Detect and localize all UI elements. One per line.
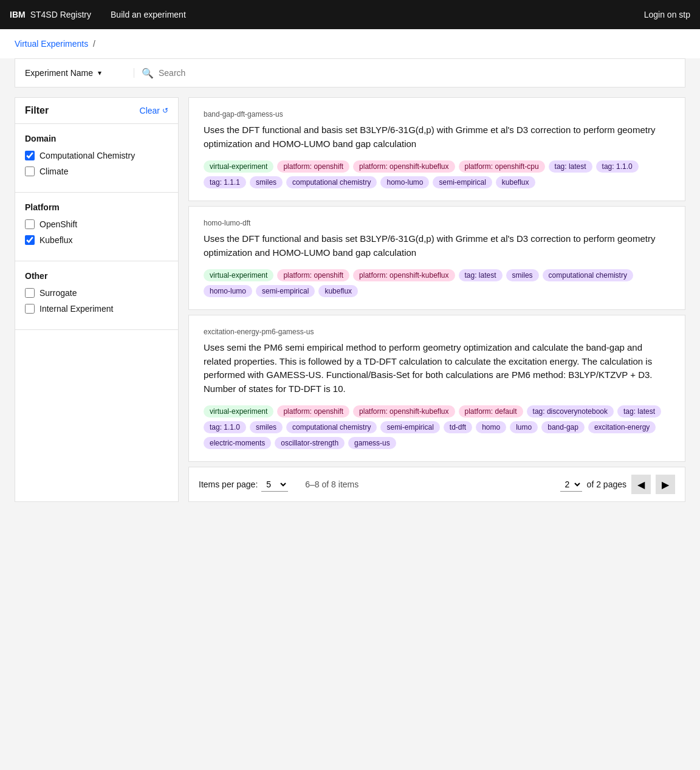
brand: IBM ST4SD Registry xyxy=(10,10,91,19)
top-nav: IBM ST4SD Registry Build an experiment L… xyxy=(0,0,700,29)
checkbox-climate[interactable]: Climate xyxy=(25,167,168,176)
pagination: Items per page: 5 10 20 6–8 of 8 items 2… xyxy=(188,467,685,502)
checkbox-internal-experiment[interactable]: Internal Experiment xyxy=(25,304,168,314)
tag-1-1-1-1[interactable]: tag: 1.1.1 xyxy=(204,176,246,188)
tag-comp-chem-2[interactable]: computational chemistry xyxy=(543,269,633,281)
checkbox-kubeflux[interactable]: Kubeflux xyxy=(25,235,168,245)
tag-platform-openshift-cpu-1[interactable]: platform: openshift-cpu xyxy=(459,160,545,173)
checkbox-internal-experiment-input[interactable] xyxy=(25,304,35,314)
tag-electric-moments-3[interactable]: electric-moments xyxy=(204,437,271,449)
checkbox-surrogate[interactable]: Surrogate xyxy=(25,288,168,298)
tag-latest-2[interactable]: tag: latest xyxy=(459,269,503,281)
sidebar-section-other: Other Surrogate Internal Experiment xyxy=(15,261,178,330)
tag-discoverynotebook-3[interactable]: tag: discoverynotebook xyxy=(527,405,614,418)
chevron-down-icon: ▾ xyxy=(98,69,101,77)
of-pages-label: of 2 pages xyxy=(587,480,626,489)
tag-comp-chem-1[interactable]: computational chemistry xyxy=(286,176,377,188)
tag-td-dft-3[interactable]: td-dft xyxy=(444,421,472,433)
tag-band-gap-3[interactable]: band-gap xyxy=(541,421,585,433)
login-link[interactable]: Login on stp xyxy=(644,10,690,19)
search-input-wrap: 🔍 xyxy=(134,67,675,79)
filter-title: Filter xyxy=(25,105,49,116)
sidebar: Filter Clear ↺ Domain Computational Chem… xyxy=(15,97,179,502)
ibm-label: IBM xyxy=(10,10,26,19)
experiment-card-2: homo-lumo-dft Uses the DFT functional an… xyxy=(188,206,685,310)
tag-kubeflux-1[interactable]: kubeflux xyxy=(496,176,535,188)
clear-label: Clear xyxy=(140,106,160,115)
tag-platform-openshift-kubeflux-3[interactable]: platform: openshift-kubeflux xyxy=(353,405,455,418)
computational-chemistry-label: Computational Chemistry xyxy=(39,151,135,160)
tags-row-1: virtual-experiment platform: openshift p… xyxy=(204,160,670,188)
tag-virtual-experiment-3[interactable]: virtual-experiment xyxy=(204,405,273,418)
tag-excitation-energy-3[interactable]: excitation-energy xyxy=(588,421,656,433)
app-name-label: ST4SD Registry xyxy=(30,10,91,19)
breadcrumb-separator: / xyxy=(93,39,95,49)
next-page-button[interactable]: ▶ xyxy=(656,475,675,494)
tag-virtual-experiment-1[interactable]: virtual-experiment xyxy=(204,160,273,173)
search-input[interactable] xyxy=(159,68,675,78)
tag-homo-lumo-2[interactable]: homo-lumo xyxy=(204,285,252,297)
checkbox-kubeflux-input[interactable] xyxy=(25,235,35,245)
tags-row-3: virtual-experiment platform: openshift p… xyxy=(204,405,670,449)
page-range-text: 6–8 of 8 items xyxy=(305,480,359,489)
sidebar-section-platform: Platform OpenShift Kubeflux xyxy=(15,193,178,261)
search-type-label: Experiment Name xyxy=(25,68,93,78)
tag-homo-3[interactable]: homo xyxy=(476,421,506,433)
page-number-select[interactable]: 2 1 xyxy=(560,478,582,492)
tag-smiles-3[interactable]: smiles xyxy=(250,421,283,433)
surrogate-label: Surrogate xyxy=(39,288,77,298)
openshift-label: OpenShift xyxy=(39,219,77,229)
results-container: band-gap-dft-gamess-us Uses the DFT func… xyxy=(188,97,685,502)
experiment-card-1: band-gap-dft-gamess-us Uses the DFT func… xyxy=(188,97,685,201)
tag-platform-default-3[interactable]: platform: default xyxy=(459,405,523,418)
tag-latest-3[interactable]: tag: latest xyxy=(617,405,661,418)
tag-platform-openshift-kubeflux-2[interactable]: platform: openshift-kubeflux xyxy=(353,269,455,281)
tag-homo-lumo-1[interactable]: homo-lumo xyxy=(380,176,429,188)
platform-section-title: Platform xyxy=(25,202,168,212)
tag-lumo-3[interactable]: lumo xyxy=(510,421,538,433)
tag-kubeflux-2[interactable]: kubeflux xyxy=(318,285,358,297)
tags-row-2: virtual-experiment platform: openshift p… xyxy=(204,269,670,297)
checkbox-openshift-input[interactable] xyxy=(25,219,35,229)
breadcrumb: Virtual Experiments / xyxy=(0,29,700,58)
tag-platform-openshift-kubeflux-1[interactable]: platform: openshift-kubeflux xyxy=(353,160,455,173)
tag-latest-1[interactable]: tag: latest xyxy=(549,160,592,173)
prev-page-button[interactable]: ◀ xyxy=(631,475,651,494)
tag-smiles-1[interactable]: smiles xyxy=(250,176,283,188)
clear-filter-button[interactable]: Clear ↺ xyxy=(140,106,168,115)
other-section-title: Other xyxy=(25,271,168,281)
tag-oscillator-strength-3[interactable]: oscillator-strength xyxy=(275,437,345,449)
tag-1-1-0-3[interactable]: tag: 1.1.0 xyxy=(204,421,246,433)
checkbox-openshift[interactable]: OpenShift xyxy=(25,219,168,229)
tag-platform-openshift-3[interactable]: platform: openshift xyxy=(277,405,349,418)
experiment-id-3: excitation-energy-pm6-gamess-us xyxy=(204,328,670,336)
sidebar-section-domain: Domain Computational Chemistry Climate xyxy=(15,124,178,193)
tag-1-1-0-1[interactable]: tag: 1.1.0 xyxy=(596,160,639,173)
tag-virtual-experiment-2[interactable]: virtual-experiment xyxy=(204,269,273,281)
tag-platform-openshift-1[interactable]: platform: openshift xyxy=(277,160,349,173)
experiment-id-2: homo-lumo-dft xyxy=(204,219,670,227)
tag-semi-empirical-2[interactable]: semi-empirical xyxy=(256,285,315,297)
checkbox-climate-input[interactable] xyxy=(25,167,35,176)
tag-gamess-us-3[interactable]: gamess-us xyxy=(348,437,396,449)
search-type-dropdown[interactable]: Experiment Name ▾ xyxy=(25,68,134,78)
tag-comp-chem-3[interactable]: computational chemistry xyxy=(286,421,377,433)
search-bar: Experiment Name ▾ 🔍 xyxy=(15,58,685,88)
tag-semi-empirical-1[interactable]: semi-empirical xyxy=(433,176,492,188)
sidebar-header: Filter Clear ↺ xyxy=(15,98,178,124)
checkbox-surrogate-input[interactable] xyxy=(25,288,35,298)
experiment-desc-3: Uses semi the PM6 semi empirical method … xyxy=(204,341,670,396)
tag-platform-openshift-2[interactable]: platform: openshift xyxy=(277,269,349,281)
tag-semi-empirical-3[interactable]: semi-empirical xyxy=(380,421,439,433)
kubeflux-label: Kubeflux xyxy=(39,235,72,245)
tag-smiles-2[interactable]: smiles xyxy=(506,269,539,281)
checkbox-computational-chemistry-input[interactable] xyxy=(25,151,35,160)
checkbox-computational-chemistry[interactable]: Computational Chemistry xyxy=(25,151,168,160)
build-experiment-link[interactable]: Build an experiment xyxy=(111,10,186,19)
breadcrumb-virtual-experiments-link[interactable]: Virtual Experiments xyxy=(15,39,88,49)
refresh-icon: ↺ xyxy=(162,106,168,115)
internal-experiment-label: Internal Experiment xyxy=(39,304,113,314)
page-select: 2 1 of 2 pages ◀ ▶ xyxy=(560,475,675,494)
items-per-page-select[interactable]: 5 10 20 xyxy=(261,478,288,492)
search-icon: 🔍 xyxy=(142,67,154,79)
